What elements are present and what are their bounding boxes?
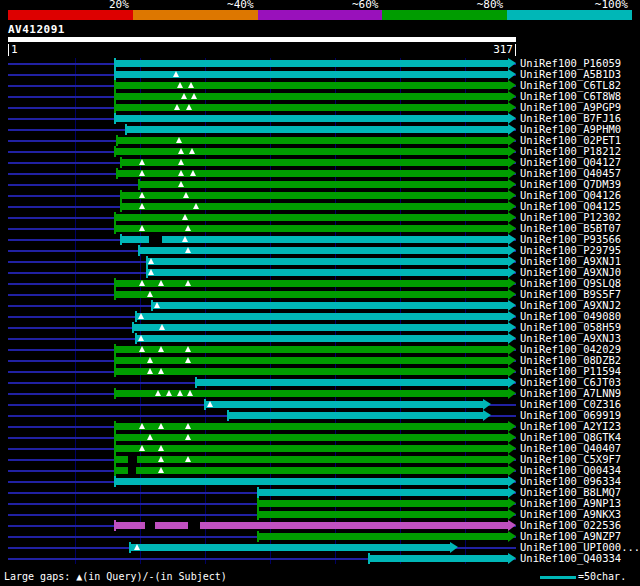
- bar-startcap: [114, 432, 116, 443]
- alignment-bar[interactable]: [115, 423, 508, 430]
- alignment-bar[interactable]: [115, 148, 508, 155]
- bar-startcap: [114, 91, 116, 102]
- query-gap-marker-icon: [185, 280, 191, 286]
- query-gap-marker-icon: [139, 280, 145, 286]
- scale-segment: [382, 10, 507, 20]
- bar-startcap: [257, 531, 259, 542]
- alignment-bar[interactable]: [196, 379, 508, 386]
- alignment-bar[interactable]: [152, 302, 508, 309]
- alignment-bar[interactable]: [121, 192, 508, 199]
- bar-arrowhead-icon: [508, 454, 516, 465]
- alignment-bar[interactable]: [115, 368, 508, 375]
- bar-arrowhead-icon: [483, 399, 491, 410]
- bar-arrowhead-icon: [508, 113, 516, 124]
- alignment-bar[interactable]: [115, 522, 508, 529]
- query-gap-marker-icon: [138, 335, 144, 341]
- query-gap-marker-icon: [147, 291, 153, 297]
- query-gap-marker-icon: [185, 456, 191, 462]
- alignment-bar[interactable]: [369, 555, 508, 562]
- ruler-end-label: 317: [456, 44, 516, 56]
- bar-arrowhead-icon: [508, 58, 516, 69]
- bar-arrowhead-icon: [508, 366, 516, 377]
- alignment-bar[interactable]: [115, 280, 508, 287]
- alignment-bar[interactable]: [136, 335, 508, 342]
- bar-startcap: [125, 124, 127, 135]
- bar-startcap: [368, 553, 370, 564]
- bar-arrowhead-icon: [508, 278, 516, 289]
- alignment-bar[interactable]: [139, 181, 508, 188]
- alignment-bar[interactable]: [258, 533, 508, 540]
- alignment-bar[interactable]: [258, 500, 508, 507]
- query-gap-marker-icon: [139, 159, 145, 165]
- bar-startcap: [114, 80, 116, 91]
- bar-arrowhead-icon: [508, 333, 516, 344]
- scale-segment: [507, 10, 632, 20]
- alignment-bar[interactable]: [126, 126, 508, 133]
- bar-startcap: [114, 146, 116, 157]
- bar-startcap: [114, 69, 116, 80]
- bar-startcap: [120, 201, 122, 212]
- bar-arrowhead-icon: [508, 168, 516, 179]
- bar-arrowhead-icon: [508, 531, 516, 542]
- alignment-bar[interactable]: [115, 214, 508, 221]
- alignment-bar[interactable]: [130, 544, 450, 551]
- bar-startcap: [114, 113, 116, 124]
- alignment-bar[interactable]: [115, 225, 508, 232]
- gaps-note: Large gaps: ▲(in Query)/-(in Subject): [4, 571, 227, 583]
- bar-arrowhead-icon: [508, 102, 516, 113]
- bar-arrowhead-icon: [508, 498, 516, 509]
- alignment-bar[interactable]: [228, 412, 483, 419]
- alignment-bar[interactable]: [115, 467, 508, 474]
- scale-segment-label: ~60%: [258, 0, 383, 10]
- alignment-bar[interactable]: [121, 203, 508, 210]
- bar-startcap: [132, 322, 134, 333]
- bar-arrowhead-icon: [508, 388, 516, 399]
- alignment-bar[interactable]: [115, 357, 508, 364]
- bar-startcap: [257, 487, 259, 498]
- bar-startcap: [114, 102, 116, 113]
- bar-arrowhead-icon: [508, 190, 516, 201]
- hit-label[interactable]: UniRef100_Q40334: [520, 553, 621, 564]
- alignment-bar[interactable]: [115, 115, 508, 122]
- alignment-bar[interactable]: [121, 236, 508, 243]
- bar-startcap: [114, 465, 116, 476]
- query-gap-marker-icon: [139, 346, 145, 352]
- bar-arrowhead-icon: [508, 311, 516, 322]
- bar-startcap: [116, 135, 118, 146]
- alignment-bar[interactable]: [133, 324, 508, 331]
- bar-arrowhead-icon: [508, 267, 516, 278]
- alignment-bar[interactable]: [115, 60, 508, 67]
- alignment-bar[interactable]: [115, 478, 508, 485]
- alignment-bar[interactable]: [115, 82, 508, 89]
- alignment-row: UniRef100_Q40334: [0, 553, 640, 564]
- bar-startcap: [204, 399, 206, 410]
- query-gap-marker-icon: [147, 368, 153, 374]
- bar-startcap: [114, 344, 116, 355]
- query-gap-marker-icon: [185, 247, 191, 253]
- bar-startcap: [114, 421, 116, 432]
- scale-segment-label: ~80%: [382, 0, 507, 10]
- alignment-bar[interactable]: [205, 401, 483, 408]
- alignment-bar[interactable]: [147, 269, 508, 276]
- alignment-bar[interactable]: [139, 247, 508, 254]
- alignment-bar[interactable]: [115, 93, 508, 100]
- alignment-bar[interactable]: [115, 445, 508, 452]
- alignment-bar[interactable]: [115, 346, 508, 353]
- alignment-bar[interactable]: [258, 511, 508, 518]
- query-gap-marker-icon: [182, 214, 188, 220]
- bar-arrowhead-icon: [508, 432, 516, 443]
- query-gap-marker-icon: [139, 192, 145, 198]
- query-gap-marker-icon: [185, 434, 191, 440]
- alignment-bar[interactable]: [117, 170, 508, 177]
- alignment-bar[interactable]: [115, 390, 508, 397]
- alignment-bar[interactable]: [115, 456, 508, 463]
- alignment-bar[interactable]: [258, 489, 508, 496]
- query-gap-marker-icon: [178, 170, 184, 176]
- legend-line-icon: [540, 576, 576, 579]
- bar-startcap: [114, 355, 116, 366]
- alignment-bar[interactable]: [147, 258, 508, 265]
- alignment-bar[interactable]: [136, 313, 508, 320]
- alignment-bar[interactable]: [115, 434, 508, 441]
- alignment-bar[interactable]: [115, 291, 508, 298]
- query-gap-marker-icon: [166, 390, 172, 396]
